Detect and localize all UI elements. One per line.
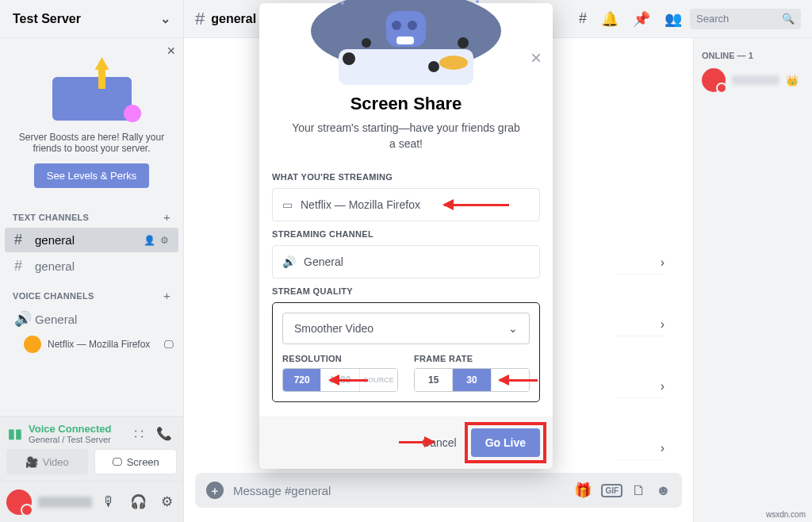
quality-preset-value: Smoother Video: [294, 322, 373, 335]
streaming-source-value: Netflix — Mozilla Firefox: [301, 198, 420, 211]
self-avatar[interactable]: [6, 489, 32, 515]
streaming-channel-value: General: [304, 255, 343, 268]
avatar: [702, 68, 726, 92]
svg-point-6: [439, 56, 468, 70]
fps-60[interactable]: 60: [492, 369, 529, 391]
svg-point-3: [392, 21, 401, 30]
add-channel-icon[interactable]: +: [163, 210, 170, 224]
chevron-right-icon[interactable]: ›: [661, 441, 665, 455]
members-panel: ONLINE — 1 👑: [693, 38, 812, 522]
channel-label: general: [35, 259, 75, 273]
stream-quality-label: STREAM QUALITY: [272, 286, 540, 296]
streaming-channel-label: STREAMING CHANNEL: [272, 229, 540, 239]
voice-channel-general[interactable]: 🔊 General: [5, 306, 178, 332]
hash-icon: #: [14, 258, 29, 274]
cancel-button[interactable]: Cancel: [422, 436, 457, 449]
search-input[interactable]: Search 🔍: [690, 9, 801, 29]
res-source[interactable]: SOURCE: [360, 369, 397, 391]
mute-icon[interactable]: 🎙: [98, 494, 120, 510]
channel-name: general: [211, 12, 256, 26]
boost-text-2: friends to boost your server.: [13, 143, 170, 154]
resolution-segmented: 720 1080 SOURCE: [282, 368, 398, 392]
go-live-button[interactable]: Go Live: [471, 428, 540, 457]
notifications-icon[interactable]: 🔔: [601, 10, 619, 28]
invite-icon[interactable]: 👤: [144, 235, 155, 246]
fps-30[interactable]: 30: [453, 369, 491, 391]
video-button[interactable]: 🎥 Video: [6, 449, 88, 474]
chevron-right-icon[interactable]: ›: [661, 379, 665, 393]
chevron-right-icon[interactable]: ›: [661, 317, 665, 332]
framerate-segmented: 15 30 60: [414, 368, 530, 392]
toolbar-icons: # 🔔 📌 👥: [571, 10, 690, 28]
gif-icon[interactable]: GIF: [601, 484, 622, 497]
noise-icon[interactable]: ⸬: [132, 427, 147, 441]
text-channels-header[interactable]: TEXT CHANNELS +: [0, 201, 183, 227]
res-1080[interactable]: 1080: [321, 369, 359, 391]
welcome-cards: › › › ›: [601, 252, 680, 460]
threads-icon[interactable]: #: [579, 10, 587, 27]
channel-general-1[interactable]: # general 👤 ⚙: [5, 228, 178, 252]
quality-preset-select[interactable]: Smoother Video ⌄: [282, 313, 530, 344]
server-name: Test Server: [13, 12, 81, 26]
pinned-icon[interactable]: 📌: [633, 10, 650, 28]
signal-icon: ▮▮: [8, 426, 22, 441]
channel-label: general: [35, 233, 75, 247]
svg-point-9: [362, 38, 371, 48]
stream-name: Netflix — Mozilla Firefox: [48, 339, 150, 350]
speaker-icon: 🔊: [282, 255, 296, 268]
boost-text-1: Server Boosts are here! Rally your: [13, 132, 170, 143]
add-voice-icon[interactable]: +: [163, 289, 170, 302]
avatar: [24, 336, 41, 353]
close-icon[interactable]: ×: [530, 47, 542, 69]
deafen-icon[interactable]: 🎧: [126, 493, 151, 510]
self-username: [38, 497, 92, 508]
svg-point-7: [343, 52, 355, 65]
channel-general-2[interactable]: # general: [5, 254, 178, 278]
member-item[interactable]: 👑: [702, 68, 804, 92]
hash-icon: #: [195, 9, 205, 29]
streaming-channel-field[interactable]: 🔊 General: [272, 245, 540, 278]
svg-point-12: [476, 0, 479, 3]
boost-cta-button[interactable]: See Levels & Perks: [34, 163, 149, 188]
watermark: wsxdn.com: [766, 510, 806, 519]
voice-user-stream[interactable]: Netflix — Mozilla Firefox 🖵: [0, 332, 183, 356]
online-header: ONLINE — 1: [702, 51, 804, 60]
sidebar: × Server Boosts are here! Rally your fri…: [0, 38, 184, 522]
voice-status-label: Voice Connected: [29, 423, 125, 435]
svg-point-10: [428, 61, 439, 72]
search-placeholder: Search: [696, 13, 729, 25]
sticker-icon[interactable]: 🗋: [632, 482, 646, 499]
disconnect-icon[interactable]: 📞: [153, 426, 175, 441]
boost-promo: × Server Boosts are here! Rally your fri…: [0, 38, 183, 201]
screen-share-icon: 🖵: [163, 339, 174, 351]
svg-point-4: [408, 21, 417, 30]
svg-rect-5: [396, 36, 414, 44]
settings-icon[interactable]: ⚙: [160, 235, 169, 246]
hash-icon: #: [14, 232, 29, 248]
user-settings-icon[interactable]: ⚙: [157, 493, 177, 510]
gift-icon[interactable]: 🎁: [574, 482, 592, 499]
screen-button[interactable]: 🖵 Screen: [94, 449, 178, 474]
what-streaming-label: WHAT YOU'RE STREAMING: [272, 172, 540, 182]
text-channels-label: TEXT CHANNELS: [13, 213, 89, 222]
server-dropdown[interactable]: Test Server ⌄: [0, 0, 184, 38]
screen-share-modal: × Screen Share Your stream's starting—ha…: [259, 3, 553, 469]
chevron-down-icon: ⌄: [160, 11, 170, 26]
close-icon[interactable]: ×: [167, 43, 175, 59]
message-composer[interactable]: + Message #general 🎁 GIF 🗋 ☻: [195, 473, 682, 508]
chevron-right-icon[interactable]: ›: [661, 255, 665, 270]
monitor-icon: 🖵: [112, 456, 122, 468]
modal-subtitle: Your stream's starting—have your friends…: [259, 114, 553, 164]
voice-channels-header[interactable]: VOICE CHANNELS +: [0, 279, 183, 305]
svg-point-11: [341, 2, 344, 5]
voice-status: ▮▮ Voice Connected General / Test Server…: [0, 416, 183, 449]
attach-icon[interactable]: +: [206, 482, 224, 499]
fps-15[interactable]: 15: [415, 369, 453, 391]
crown-icon: 👑: [786, 75, 799, 86]
members-icon[interactable]: 👥: [665, 10, 682, 28]
res-720[interactable]: 720: [283, 369, 321, 391]
streaming-source-field[interactable]: ▭ Netflix — Mozilla Firefox: [272, 188, 540, 221]
modal-title: Screen Share: [259, 94, 553, 114]
emoji-icon[interactable]: ☻: [656, 482, 671, 499]
boost-art: [44, 57, 140, 121]
